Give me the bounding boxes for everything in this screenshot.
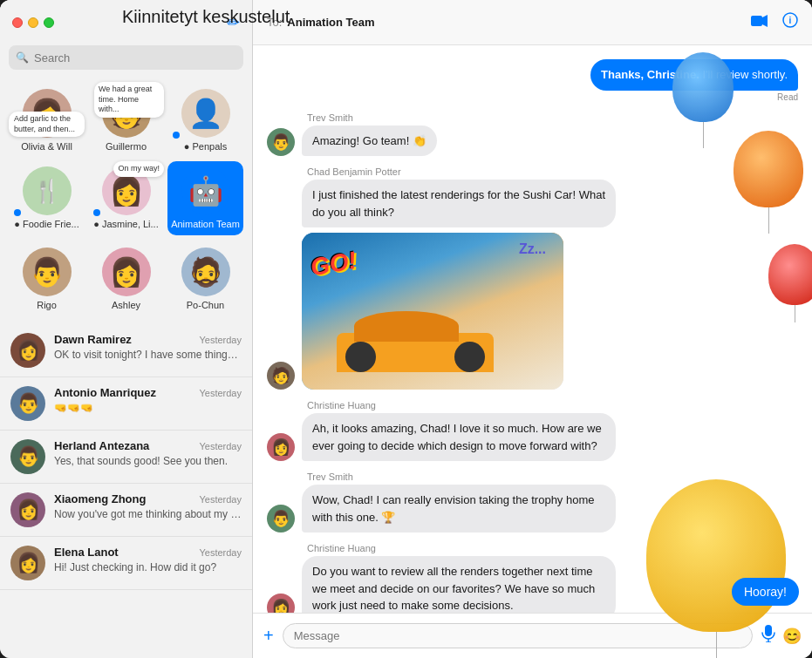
message-input[interactable] xyxy=(283,623,753,648)
conv-name-dawn: Dawn Ramirez xyxy=(54,333,132,346)
conv-preview-herland: Yes, that sounds good! See you then. xyxy=(54,454,242,469)
chat-messages: Thanks, Christine. I'll review shortly. … xyxy=(253,45,812,613)
msg-avatar-trev-2: 👨 xyxy=(267,505,295,533)
audio-input-button[interactable] xyxy=(761,625,775,647)
search-input[interactable] xyxy=(34,51,236,64)
pinned-item-ashley[interactable]: 👩 Ashley xyxy=(88,242,164,316)
conv-content-antonio: Antonio Manriquez Yesterday 🤜🤜🤜 xyxy=(54,386,242,416)
sender-trev-1: Trev Smith xyxy=(307,112,353,123)
bubble-preview-olivia: Add garlic to the butter, and then... xyxy=(9,112,85,137)
conv-item-dawn[interactable]: 👩 Dawn Ramirez Yesterday OK to visit ton… xyxy=(0,324,252,377)
conv-content-herland: Herland Antezana Yesterday Yes, that sou… xyxy=(54,439,242,469)
close-button[interactable] xyxy=(12,17,23,28)
conv-item-xiaomeng[interactable]: 👩 Xiaomeng Zhong Yesterday Now you've go… xyxy=(0,484,252,537)
chat-panel: To: Animation Team i xyxy=(253,0,812,658)
msg-avatar-trev-1: 👨 xyxy=(267,128,295,156)
conv-item-elena[interactable]: 👩 Elena Lanot Yesterday Hi! Just checkin… xyxy=(0,537,252,590)
pinned-item-olivia-will[interactable]: 👩 Add garlic to the butter, and then... … xyxy=(9,84,85,158)
msg-with-avatar-christine-2: 👩 Do you want to review all the renders … xyxy=(267,556,616,613)
conv-avatar-herland: 👨 xyxy=(10,439,45,474)
avatar-emoji: 👤 xyxy=(181,89,230,138)
pinned-name-animation-team: Animation Team xyxy=(171,219,240,230)
minimize-button[interactable] xyxy=(28,17,38,28)
pinned-item-animation-team[interactable]: 🤖 Animation Team xyxy=(167,161,243,235)
pinned-item-jasmine[interactable]: On my way! 👩 ● Jasmine, Li... xyxy=(88,161,164,235)
chat-recipient: Animation Team xyxy=(287,16,751,29)
pinned-avatar-pochun: 🧔 xyxy=(181,248,230,296)
pinned-item-penpals[interactable]: 👤 ● Penpals xyxy=(167,84,243,158)
pinned-avatar-animation-team: 🤖 xyxy=(181,166,230,215)
pinned-item-guillermo[interactable]: We had a great time. Home with... 🧑 Guil… xyxy=(88,84,164,158)
unread-dot-foodie xyxy=(14,209,21,216)
conv-preview-dawn: OK to visit tonight? I have some things … xyxy=(54,348,242,363)
conv-item-antonio[interactable]: 👨 Antonio Manriquez Yesterday 🤜🤜🤜 xyxy=(0,377,252,431)
avatar-emoji: 🍴 xyxy=(23,166,72,215)
svg-text:i: i xyxy=(789,16,792,25)
avatar-emoji: 🤖 xyxy=(181,166,230,215)
unread-dot-jasmine xyxy=(93,209,100,216)
pinned-section: 👩 Add garlic to the butter, and then... … xyxy=(0,77,252,239)
msg-avatar-christine-1: 👩 xyxy=(267,433,295,461)
pinned-name-penpals: ● Penpals xyxy=(184,141,227,153)
msg-row-trev-2: Trev Smith 👨 Wow, Chad! I can really env… xyxy=(267,471,798,533)
pinned-name-foodie: ● Foodie Frie... xyxy=(14,219,79,230)
msg-with-avatar-chad: 🧑 I just finished the latest renderings … xyxy=(267,180,616,390)
bubble-preview-jasmine: On my way! xyxy=(113,161,164,177)
conv-preview-antonio: 🤜🤜🤜 xyxy=(54,401,242,416)
conv-item-herland[interactable]: 👨 Herland Antezana Yesterday Yes, that s… xyxy=(0,431,252,484)
msg-row-outgoing-1: Thanks, Christine. I'll review shortly. … xyxy=(267,59,798,102)
compose-button[interactable]: ✏ xyxy=(227,13,240,32)
conv-avatar-dawn: 👩 xyxy=(10,333,45,368)
msg-with-avatar-trev-1: 👨 Amazing! Go team! 👏 xyxy=(267,125,437,157)
sushi-car-image: GO! Zz... xyxy=(302,233,563,390)
conv-avatar-elena: 👩 xyxy=(10,546,45,580)
msg-with-avatar-christine-1: 👩 Ah, it looks amazing, Chad! I love it … xyxy=(267,413,616,461)
msg-row-christine-2: Christine Huang 👩 Do you want to review … xyxy=(267,543,798,613)
bubble-preview-guillermo: We had a great time. Home with... xyxy=(94,82,164,118)
bubble-trev-2: Wow, Chad! I can really envision taking … xyxy=(302,485,616,533)
conv-time-antonio: Yesterday xyxy=(199,388,242,398)
sender-trev-2: Trev Smith xyxy=(307,471,353,482)
conv-name-antonio: Antonio Manriquez xyxy=(54,386,156,399)
msg-avatar-christine-2: 👩 xyxy=(267,594,295,614)
zzz-sticker: Zz... xyxy=(519,241,546,257)
pinned-name-ashley: Ashley xyxy=(112,300,140,311)
pinned-grid: 👩 Add garlic to the butter, and then... … xyxy=(9,84,243,235)
conv-name-herland: Herland Antezana xyxy=(54,439,149,452)
conv-content-dawn: Dawn Ramirez Yesterday OK to visit tonig… xyxy=(54,333,242,363)
pinned-name-olivia-will: Olivia & Will xyxy=(21,141,72,153)
sidebar: ✏ 🔍 👩 Add garlic to the butter, and then… xyxy=(0,0,253,658)
msg-row-christine-1: Christine Huang 👩 Ah, it looks amazing, … xyxy=(267,400,798,461)
msg-avatar-chad: 🧑 xyxy=(267,362,295,390)
bubble-outgoing-1: Thanks, Christine. I'll review shortly. xyxy=(590,59,798,91)
add-attachment-button[interactable]: + xyxy=(263,626,274,646)
unread-dot-penpals xyxy=(173,132,180,139)
info-button[interactable]: i xyxy=(782,12,798,32)
conv-avatar-antonio: 👨 xyxy=(10,386,45,421)
bubble-trev-1: Amazing! Go team! 👏 xyxy=(302,125,437,157)
pinned-name-rigo: Rigo xyxy=(37,300,57,311)
conv-content-xiaomeng: Xiaomeng Zhong Yesterday Now you've got … xyxy=(54,492,242,522)
emoji-button[interactable]: 😊 xyxy=(782,627,802,646)
pinned-avatar-penpals: 👤 xyxy=(181,89,230,138)
pinned-item-pochun[interactable]: 🧔 Po-Chun xyxy=(167,242,243,316)
fullscreen-button[interactable] xyxy=(44,17,54,28)
pinned-item-rigo[interactable]: 👨 Rigo xyxy=(9,242,85,316)
sender-chad: Chad Benjamin Potter xyxy=(307,166,401,177)
conversation-list: 👩 Dawn Ramirez Yesterday OK to visit ton… xyxy=(0,324,252,658)
conv-time-herland: Yesterday xyxy=(199,441,242,451)
svg-rect-4 xyxy=(765,625,772,636)
pinned-avatar-ashley: 👩 xyxy=(102,248,151,296)
sender-christine-1: Christine Huang xyxy=(307,400,376,410)
pinned-name-pochun: Po-Chun xyxy=(187,300,224,311)
video-call-button[interactable] xyxy=(751,13,768,31)
chat-to-label: To: xyxy=(267,16,282,29)
search-icon: 🔍 xyxy=(16,51,29,64)
traffic-lights xyxy=(12,17,54,28)
pinned-item-foodie[interactable]: 🍴 ● Foodie Frie... xyxy=(9,161,85,235)
conv-preview-xiaomeng: Now you've got me thinking about my next… xyxy=(54,507,242,522)
conv-name-xiaomeng: Xiaomeng Zhong xyxy=(54,492,146,505)
search-bar[interactable]: 🔍 xyxy=(9,45,243,70)
conv-name-elena: Elena Lanot xyxy=(54,546,119,559)
pinned-avatar-foodie: 🍴 xyxy=(23,166,72,215)
